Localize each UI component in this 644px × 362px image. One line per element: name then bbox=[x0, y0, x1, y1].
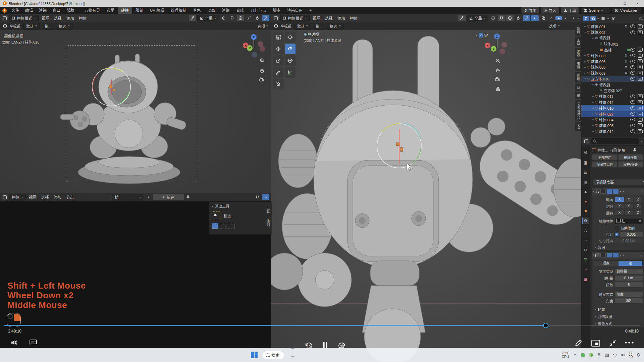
apply-all-button[interactable]: 全部应用 bbox=[592, 154, 618, 161]
select-action-selector[interactable]: 框选 bbox=[327, 23, 343, 29]
properties-tab-physics[interactable]: ○ bbox=[582, 237, 589, 244]
outliner-row-cylinder-016[interactable]: ▸ ▽ 柱体.016 ⚙ bbox=[581, 105, 644, 111]
shader-type-selector[interactable]: 物体 bbox=[9, 194, 26, 200]
taskbar-app-task-view[interactable] bbox=[289, 323, 297, 331]
expand-collapse-button[interactable]: 展开/折叠 bbox=[618, 161, 643, 168]
npanel-tab-tool[interactable]: 工具 bbox=[575, 37, 581, 47]
object-name[interactable]: 立方体.036 bbox=[591, 76, 629, 81]
realtime-display-toggle[interactable] bbox=[607, 189, 612, 194]
start-button[interactable] bbox=[251, 352, 258, 358]
workspace-tab-uv-editing[interactable]: UV 编辑 bbox=[147, 7, 167, 14]
workspace-tab-geometry-nodes[interactable]: 几何节点 bbox=[247, 7, 269, 14]
object-name[interactable]: 球体.002 bbox=[604, 41, 641, 47]
properties-tab-tool[interactable]: ⚒ bbox=[582, 149, 589, 156]
realtime-display-toggle[interactable] bbox=[607, 253, 612, 257]
flip-x-button[interactable]: X bbox=[615, 210, 624, 216]
mech-model-camera-view[interactable] bbox=[54, 40, 211, 191]
drag-handle[interactable]: ⣿ bbox=[640, 254, 643, 257]
pivot-point-icon[interactable] bbox=[515, 15, 522, 21]
workspace-tab-animation[interactable]: 动画 bbox=[204, 7, 218, 14]
shader-menu-2[interactable]: 添加 bbox=[51, 194, 64, 200]
disable-in-render-toggle[interactable] bbox=[638, 59, 643, 63]
object-name[interactable]: 球体.005 bbox=[599, 123, 629, 128]
object-name[interactable]: 柱体.011 bbox=[599, 94, 629, 99]
bisect-z-button[interactable]: Z bbox=[633, 203, 643, 209]
snap-magnet-icon[interactable] bbox=[498, 15, 505, 21]
editor-type-icon[interactable] bbox=[273, 15, 279, 21]
outliner-row-lattice[interactable]: ▦ 晶格 ▦ ⚙ bbox=[581, 47, 644, 53]
render-display-toggle[interactable] bbox=[613, 253, 619, 257]
viewlayer-selector[interactable]: ViewLayer bbox=[612, 8, 641, 13]
mech-model-closeup[interactable] bbox=[271, 30, 581, 362]
bevel-modifier-header[interactable]: ▾ × ⣿ bbox=[592, 252, 644, 258]
npanel-tab-key[interactable]: 键 bbox=[575, 92, 581, 99]
snap-magnet-icon[interactable] bbox=[228, 15, 236, 21]
scene-selector[interactable]: Scene bbox=[581, 8, 610, 13]
npanel-tab-item[interactable]: 条目 bbox=[575, 25, 581, 36]
minimize-button[interactable]: – bbox=[606, 0, 619, 7]
zoom-icon[interactable] bbox=[494, 57, 501, 64]
orthographic-grid-icon[interactable] bbox=[494, 85, 501, 93]
subtitle-button[interactable] bbox=[30, 339, 37, 345]
more-options-button[interactable] bbox=[625, 341, 634, 344]
tray-green-icon[interactable] bbox=[580, 353, 585, 358]
snap-target-icon[interactable] bbox=[220, 15, 227, 21]
hide-in-viewport-toggle[interactable] bbox=[630, 60, 635, 63]
disable-in-render-toggle[interactable] bbox=[638, 106, 643, 110]
axis-y-neg-ball[interactable] bbox=[260, 46, 265, 52]
shader-menu-1[interactable]: 选择 bbox=[39, 194, 51, 200]
maximize-button[interactable]: □ bbox=[619, 0, 631, 7]
shader-editor-type-icon[interactable] bbox=[2, 194, 8, 200]
snap-target-icon[interactable] bbox=[489, 15, 497, 21]
shading-rendered-icon[interactable]: ◑ bbox=[570, 16, 577, 20]
tray-recycle-icon[interactable] bbox=[588, 353, 593, 358]
drag-action-selector[interactable]: 拖... bbox=[42, 23, 54, 29]
limit-method-dropdown[interactable]: 角度 bbox=[615, 292, 643, 297]
display-mode-icon[interactable] bbox=[600, 16, 606, 21]
disable-in-render-toggle[interactable] bbox=[638, 71, 643, 75]
navigation-gizmo[interactable]: Z X Y bbox=[238, 33, 265, 59]
shader-menu-0[interactable]: 视图 bbox=[26, 194, 39, 200]
object-name[interactable]: 球体.004 bbox=[599, 117, 629, 122]
outliner-row-sphere-008[interactable]: ▸ ▽ 球体.008 ⚙ bbox=[581, 64, 644, 70]
disable-in-render-toggle[interactable] bbox=[638, 112, 643, 116]
close-button[interactable]: × bbox=[631, 0, 644, 7]
breadcrumb-object[interactable]: 柱体... bbox=[592, 147, 608, 153]
editor-type-icon[interactable] bbox=[2, 15, 8, 21]
disclosure-icon[interactable]: ▾ bbox=[583, 77, 587, 80]
angle-field[interactable]: 30° bbox=[615, 298, 643, 303]
disable-in-render-toggle[interactable] bbox=[638, 123, 643, 127]
properties-tab-render[interactable]: ▣ bbox=[582, 159, 589, 166]
properties-tab-world[interactable]: ● bbox=[582, 198, 589, 205]
breadcrumb-modifier[interactable]: 倒角 bbox=[612, 147, 625, 153]
collection-icon[interactable] bbox=[590, 16, 596, 21]
mirror-modifier-header[interactable]: ▾ × ⣿ bbox=[592, 188, 644, 195]
menu-3[interactable]: 窗口 bbox=[50, 7, 63, 14]
outliner-row-sphere-012[interactable]: ▸ ▽ 球体.012 ⚙ bbox=[581, 128, 644, 134]
snap-node-icon[interactable] bbox=[254, 194, 261, 200]
shader-menu-3[interactable]: 节点 bbox=[64, 194, 76, 200]
object-name[interactable]: 柱体.012 bbox=[599, 100, 629, 105]
workspace-tab-shading[interactable]: 着色 bbox=[190, 7, 204, 14]
hide-in-viewport-toggle[interactable] bbox=[630, 77, 635, 81]
pan-hand-icon[interactable] bbox=[258, 67, 266, 74]
vpr-menu-1[interactable]: 选择 bbox=[323, 15, 335, 21]
disclosure-icon[interactable]: ▸ bbox=[591, 95, 595, 98]
select-action-selector[interactable]: 框选 bbox=[56, 23, 72, 29]
outliner-row-cylinder-012[interactable]: ▸ ▽ 柱体.012 ⚙ bbox=[581, 99, 644, 105]
properties-tab-material[interactable]: ◑ bbox=[582, 266, 589, 273]
hide-in-viewport-toggle[interactable] bbox=[630, 31, 635, 34]
remove-modifier-icon[interactable]: × bbox=[623, 253, 625, 257]
object-name[interactable]: 球体.003 bbox=[591, 53, 623, 58]
filter-funnel-icon[interactable] bbox=[610, 16, 616, 21]
pin-icon[interactable] bbox=[184, 194, 192, 200]
properties-tab-texture[interactable]: ▦ bbox=[582, 276, 589, 283]
outliner-row-sphere-004[interactable]: ▸ ▽ 球体.004 ⚙ bbox=[581, 117, 644, 122]
search-icon[interactable] bbox=[639, 17, 642, 20]
overlays-toggle-icon[interactable]: ◐ bbox=[531, 15, 539, 21]
overlay-toggle-icon[interactable]: ◑ bbox=[262, 194, 269, 200]
properties-tab-particles[interactable]: ∴ bbox=[582, 227, 589, 234]
move-tool[interactable] bbox=[273, 44, 284, 54]
axis-x-ball[interactable]: X bbox=[485, 43, 490, 48]
outliner-row-sphere-002-mesh[interactable]: ▽ 球体.002 ⚙ bbox=[581, 41, 644, 47]
